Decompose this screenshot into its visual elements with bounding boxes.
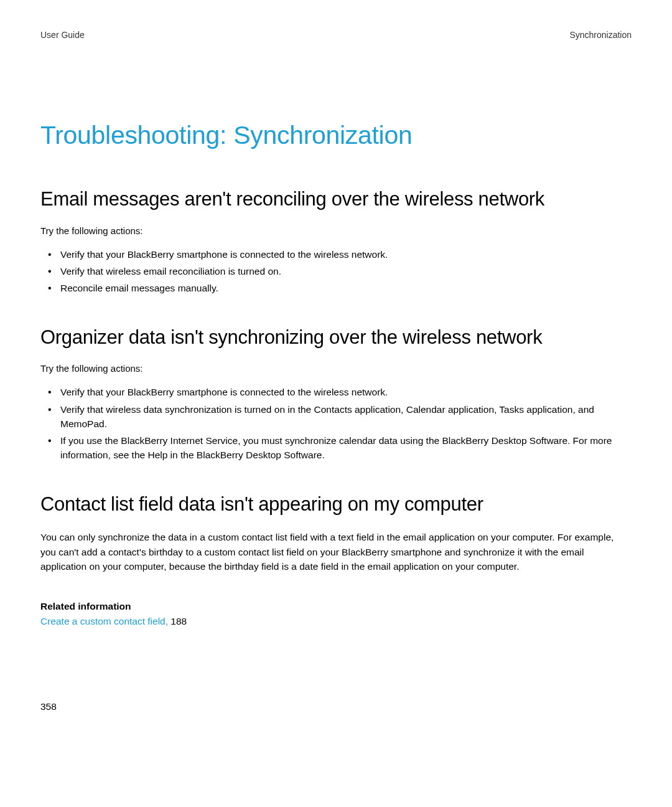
document-page: User Guide Synchronization Troubleshooti… [0, 0, 672, 807]
list-item: Verify that wireless email reconciliatio… [60, 264, 632, 278]
related-link-create-custom-contact-field[interactable]: Create a custom contact field, [40, 616, 168, 626]
page-header: User Guide Synchronization [40, 30, 632, 40]
intro-text: Try the following actions: [40, 363, 632, 374]
list-item: Verify that your BlackBerry smartphone i… [60, 247, 632, 262]
bullet-list: Verify that your BlackBerry smartphone i… [40, 385, 632, 462]
list-item: If you use the BlackBerry Internet Servi… [60, 433, 632, 463]
list-item: Verify that wireless data synchronizatio… [60, 402, 632, 432]
section-heading-organizer-sync: Organizer data isn't synchronizing over … [40, 326, 632, 350]
body-paragraph: You can only synchronize the data in a c… [40, 530, 632, 573]
related-information-heading: Related information [40, 601, 632, 612]
section-heading-contact-field: Contact list field data isn't appearing … [40, 493, 632, 517]
page-title: Troubleshooting: Synchronization [40, 121, 632, 150]
related-page-ref: 188 [168, 616, 187, 626]
header-right: Synchronization [569, 30, 632, 40]
page-number: 358 [40, 701, 57, 712]
bullet-list: Verify that your BlackBerry smartphone i… [40, 247, 632, 296]
section-heading-email-reconcile: Email messages aren't reconciling over t… [40, 187, 632, 212]
list-item: Verify that your BlackBerry smartphone i… [60, 385, 632, 399]
related-line: Create a custom contact field, 188 [40, 616, 632, 627]
list-item: Reconcile email messages manually. [60, 281, 632, 295]
header-left: User Guide [40, 30, 85, 40]
intro-text: Try the following actions: [40, 225, 632, 236]
